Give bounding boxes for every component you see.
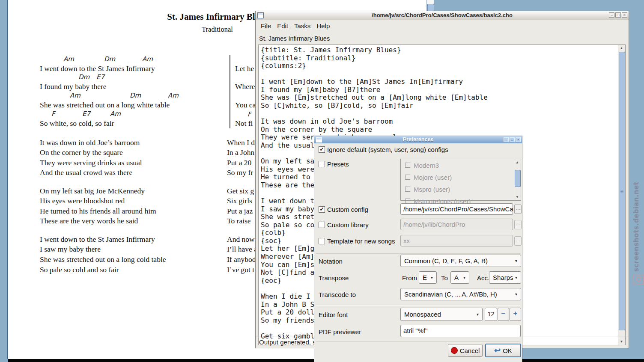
preset-option[interactable]: Mspro (user): [401, 183, 521, 195]
chorus-indent-bar: [230, 55, 230, 128]
pdf-chord: Dm: [104, 55, 115, 63]
font-size-input[interactable]: 12: [485, 308, 497, 321]
preset-checkbox[interactable]: [405, 187, 410, 192]
editor-line: I went [Em]down to the [Am]St James In[E…: [261, 77, 617, 86]
scroll-down-icon[interactable]: ▼: [514, 194, 520, 200]
separator: [316, 341, 520, 342]
transcode-select[interactable]: Scandinavian (C, ... A, A#/Bb, H) ▾: [400, 288, 521, 300]
menu-edit[interactable]: Edit: [274, 21, 291, 30]
close-button[interactable]: ×: [622, 12, 627, 18]
custom-config-input[interactable]: /home/jv/src/ChordPro/Cases/ShowCas: [400, 203, 513, 215]
custom-library-checkbox[interactable]: [319, 222, 325, 228]
cancel-label: Cancel: [460, 347, 480, 354]
custom-config-checkbox[interactable]: ✓: [319, 206, 325, 213]
presets-scrollbar-thumb[interactable]: [515, 170, 521, 187]
editor-line: {subtitle: Traditional}: [261, 54, 617, 62]
preset-option[interactable]: Mojore (user): [401, 171, 521, 183]
pdf-chord: E7: [82, 110, 90, 118]
preset-option-label: Modern3: [414, 162, 439, 169]
tab-song-title[interactable]: St. James Infirmary Blues: [259, 35, 330, 42]
pdf-lyric-line: I’ll have a: [227, 245, 257, 254]
window-title: /home/jv/src/ChordPro/Cases/ShowCases/ba…: [256, 12, 629, 18]
pdf-chord: Am: [63, 55, 74, 63]
menu-help[interactable]: Help: [313, 21, 333, 30]
custom-library-browse-button[interactable]: ...: [514, 220, 522, 229]
editor-line: She was [Em]stretched out on a [Am]long …: [261, 93, 617, 101]
editor-line: It was down in old Joe's barroom: [261, 117, 617, 125]
editor-scrollbar[interactable]: ▲ ▼: [618, 45, 625, 345]
maximize-button[interactable]: □: [510, 137, 515, 142]
custom-library-input[interactable]: /home/jv/lib/ChordPro: [400, 219, 513, 230]
ignore-default-label: Ignore default (system, user, song) conf…: [327, 146, 448, 153]
chordpro-titlebar[interactable]: /home/jv/src/ChordPro/Cases/ShowCases/ba…: [256, 11, 629, 20]
chevron-down-icon: ▾: [463, 275, 465, 280]
pdf-lyric-line: To raise: [227, 217, 251, 226]
editor-line: {columns:2}: [261, 62, 617, 70]
transpose-acc-value: Sharps: [493, 274, 513, 281]
transpose-label: Transpose: [319, 274, 349, 282]
transpose-acc-select[interactable]: Sharps ▾: [489, 271, 521, 284]
minimize-button[interactable]: –: [504, 137, 509, 142]
presets-list: Modern3Mojore (user)Mspro (user)Msttcore…: [401, 159, 521, 207]
pdf-lyric-line: I went down to the St James Infirmary: [40, 64, 155, 73]
transpose-from-select[interactable]: E ▾: [419, 271, 437, 284]
editor-font-select[interactable]: Monospaced ▾: [400, 308, 483, 321]
pdf-previewer-input[interactable]: atril "%f": [400, 325, 521, 337]
presets-checkbox[interactable]: [319, 161, 325, 167]
template-input[interactable]: xx: [400, 235, 513, 246]
custom-library-label: Custom library: [327, 221, 369, 228]
camera-icon: [632, 274, 644, 285]
notation-value: Common (C, D, E, F, G, A, B): [404, 257, 488, 264]
scroll-up-icon[interactable]: ▲: [618, 45, 625, 51]
presets-listbox[interactable]: Modern3Mojore (user)Mspro (user)Msttcore…: [400, 159, 521, 201]
scroll-up-icon[interactable]: ▲: [514, 159, 520, 166]
font-size-decrease-button[interactable]: −: [498, 308, 509, 321]
pdf-lyric-line: I’ve got t: [227, 265, 254, 274]
separator: [316, 253, 520, 254]
editor-scrollbar-thumb[interactable]: [619, 52, 625, 330]
pdf-lyric-line: Six girls: [227, 196, 252, 205]
transpose-to-value: A: [454, 274, 459, 281]
preset-option[interactable]: Modern3: [401, 159, 521, 171]
custom-config-browse-button[interactable]: ...: [514, 205, 522, 214]
transpose-from-label: From: [402, 274, 417, 282]
menu-tasks[interactable]: Tasks: [291, 21, 313, 30]
template-browse-button[interactable]: ...: [514, 236, 522, 246]
preferences-titlebar[interactable]: Preferences – □ ×: [314, 136, 522, 143]
presets-label: Presets: [327, 160, 349, 168]
menu-bar: FileEditTasksHelp: [256, 20, 629, 31]
pdf-lyric-line: In a John: [227, 148, 254, 157]
preset-checkbox[interactable]: [405, 175, 410, 180]
close-button[interactable]: ×: [516, 137, 521, 142]
chevron-down-icon: ▾: [515, 292, 517, 297]
minimize-button[interactable]: –: [609, 12, 614, 18]
preset-checkbox[interactable]: [405, 163, 410, 168]
separator: [316, 305, 520, 306]
pdf-lyric-line: She was stretched out on a long cold tab…: [40, 255, 166, 264]
pdf-lyric-line: It was down in old Joe’s barroom: [40, 138, 140, 147]
presets-scrollbar[interactable]: ▲ ▼: [514, 159, 521, 200]
font-size-increase-button[interactable]: +: [510, 308, 521, 321]
editor-line: {title: St. James Infirmary Blues}: [261, 46, 617, 54]
pdf-lyric-line: On my left sat big Joe McKennedy: [40, 187, 145, 196]
editor-line: On the corner by the square: [261, 125, 617, 134]
pdf-chord: Am: [142, 55, 153, 63]
pdf-lyric-line: Get six g: [227, 187, 254, 196]
transpose-to-select[interactable]: A ▾: [450, 271, 469, 284]
pdf-lyric-line: So my fr: [227, 168, 253, 177]
desktop: St. James Infirmary Blues Traditional I …: [0, 0, 644, 362]
notation-select[interactable]: Common (C, D, E, F, G, A, B) ▾: [400, 255, 521, 267]
chevron-down-icon: ▾: [477, 312, 479, 317]
menu-file[interactable]: File: [258, 21, 274, 30]
cancel-button[interactable]: Cancel: [448, 344, 483, 357]
dialog-controls: – □ ×: [503, 137, 521, 142]
maximize-button[interactable]: □: [615, 12, 621, 18]
pdf-lyric-line: He turned to his friends all around him: [40, 207, 156, 216]
template-checkbox[interactable]: [319, 238, 325, 244]
preset-option-label: Mspro (user): [414, 186, 450, 193]
pdf-lyric-line: If anybod: [227, 255, 256, 264]
pdf-lyric-line: You ca: [235, 101, 256, 110]
ok-button[interactable]: ↩ OK: [485, 344, 521, 357]
ignore-default-checkbox[interactable]: ✓: [319, 146, 325, 153]
pdf-lyric-line: These are the very words he said: [40, 217, 138, 226]
